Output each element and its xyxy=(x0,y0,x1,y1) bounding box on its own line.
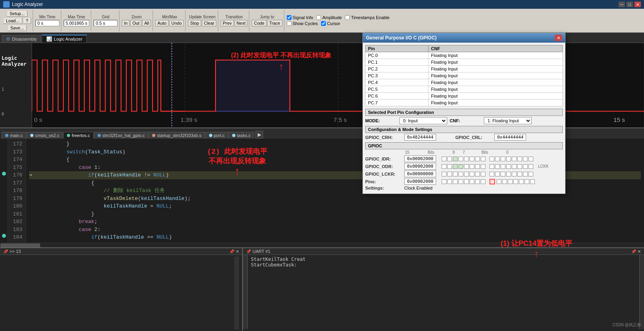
bit[interactable] xyxy=(502,179,507,184)
bit[interactable] xyxy=(458,157,463,161)
bit[interactable] xyxy=(470,172,474,176)
bit[interactable] xyxy=(495,172,500,176)
bit[interactable] xyxy=(529,172,533,176)
bit[interactable] xyxy=(512,164,517,169)
bit[interactable] xyxy=(453,179,458,184)
save-button[interactable]: Save... xyxy=(8,25,27,31)
tab-port-c[interactable]: port.c xyxy=(206,132,229,139)
cursor-checkbox[interactable]: Cursor xyxy=(321,21,340,26)
tab-stm32-gpio-c[interactable]: stm32f1xx_hal_gpio.c xyxy=(94,132,148,139)
bit[interactable] xyxy=(442,157,446,161)
bit[interactable] xyxy=(447,172,452,176)
bit[interactable] xyxy=(523,172,528,176)
tab-tasks-c[interactable]: tasks.c xyxy=(229,132,254,139)
bit[interactable] xyxy=(464,157,469,161)
bit[interactable] xyxy=(470,164,474,169)
clear-button[interactable]: Clear xyxy=(202,20,216,26)
bit[interactable] xyxy=(513,179,518,184)
signal-info-checkbox[interactable]: Signal Info xyxy=(287,15,313,20)
bit[interactable] xyxy=(442,164,446,169)
tab-startup-s[interactable]: startup_stm32f103xb.s xyxy=(149,132,205,139)
mode-select[interactable]: 0: Input xyxy=(399,117,447,124)
bit[interactable] xyxy=(517,172,522,176)
timestamps-check[interactable] xyxy=(345,15,350,20)
bit[interactable] xyxy=(495,157,500,161)
bit[interactable] xyxy=(517,164,522,169)
bit[interactable] xyxy=(447,179,452,184)
bit[interactable] xyxy=(506,164,511,169)
help-button[interactable]: ? xyxy=(23,18,31,24)
bit[interactable] xyxy=(529,164,533,169)
bit[interactable] xyxy=(442,179,446,184)
bit[interactable] xyxy=(495,164,500,169)
tab-disassembly[interactable]: ⚙ Disassembly xyxy=(2,35,41,43)
cursor-check[interactable] xyxy=(321,21,326,26)
bit[interactable] xyxy=(508,179,513,184)
next-button[interactable]: Next xyxy=(235,20,248,26)
uart-right-scroll[interactable] xyxy=(639,255,644,329)
bit[interactable] xyxy=(464,179,469,184)
bit[interactable] xyxy=(519,179,524,184)
uart-close-button[interactable]: ✕ xyxy=(638,249,641,254)
bit[interactable] xyxy=(501,164,505,169)
bit[interactable] xyxy=(506,157,511,161)
zoom-out-button[interactable]: Out xyxy=(130,20,141,26)
bit[interactable] xyxy=(489,164,494,169)
bit[interactable] xyxy=(501,172,505,176)
close-button[interactable]: ✕ xyxy=(634,2,641,7)
bit[interactable] xyxy=(475,172,480,176)
bit[interactable] xyxy=(470,157,474,161)
bit[interactable] xyxy=(475,164,480,169)
more-tabs-button[interactable]: ▶ xyxy=(255,131,263,139)
setup-button[interactable]: Setup... xyxy=(7,10,27,17)
show-cycles-check[interactable] xyxy=(287,21,292,26)
pin13-highlighted[interactable] xyxy=(489,179,495,184)
minimize-button[interactable]: ─ xyxy=(619,2,625,7)
bit[interactable] xyxy=(475,179,480,184)
auto-button[interactable]: Auto xyxy=(155,20,168,26)
bit[interactable] xyxy=(497,179,501,184)
bit[interactable] xyxy=(489,172,494,176)
bit[interactable] xyxy=(517,157,522,161)
timestamps-checkbox[interactable]: Timestamps Enable xyxy=(345,15,390,20)
bit[interactable] xyxy=(481,157,485,161)
bit[interactable] xyxy=(512,157,517,161)
bit[interactable] xyxy=(442,172,446,176)
bit[interactable] xyxy=(489,157,494,161)
trace-button[interactable]: Trace xyxy=(267,20,282,26)
bit[interactable] xyxy=(523,164,528,169)
bit[interactable] xyxy=(447,164,452,169)
bit[interactable] xyxy=(525,179,529,184)
tab-main-c[interactable]: main.c xyxy=(2,132,26,139)
bit[interactable] xyxy=(453,172,458,176)
uart-pin-button[interactable]: 📌 xyxy=(631,249,636,254)
bit[interactable] xyxy=(481,179,485,184)
bit[interactable] xyxy=(464,172,469,176)
bit[interactable] xyxy=(512,172,517,176)
show-cycles-checkbox[interactable]: Show Cycles xyxy=(287,21,318,26)
panel-close-button[interactable]: ✕ xyxy=(236,249,239,254)
bit[interactable] xyxy=(470,179,474,184)
tab-cmsis-os2-c[interactable]: cmsis_os2.c xyxy=(27,132,63,139)
bit[interactable] xyxy=(523,157,528,161)
bit[interactable] xyxy=(481,164,485,169)
bit[interactable] xyxy=(501,157,505,161)
bit[interactable] xyxy=(458,179,463,184)
bit[interactable] xyxy=(529,157,533,161)
cnf-select[interactable]: 1: Floating Input xyxy=(484,117,532,124)
zoom-all-button[interactable]: All xyxy=(142,20,151,26)
bit[interactable] xyxy=(458,172,463,176)
bit[interactable] xyxy=(458,164,463,169)
code-button[interactable]: Code xyxy=(252,20,266,26)
stop-button[interactable]: Stop xyxy=(188,20,201,26)
bit[interactable] xyxy=(530,179,535,184)
maximize-button[interactable]: □ xyxy=(626,2,633,7)
tab-logic-analyzer[interactable]: 📊 Logic Analyzer xyxy=(42,35,87,43)
zoom-in-button[interactable]: In xyxy=(122,20,129,26)
panel-pin-button[interactable]: 📌 xyxy=(229,249,234,254)
code-scrollbar[interactable] xyxy=(0,243,644,247)
dialog-close-button[interactable]: ✕ xyxy=(555,35,562,41)
bit[interactable] xyxy=(481,172,485,176)
uart-left-scroll[interactable] xyxy=(243,255,248,329)
undo-button[interactable]: Undo xyxy=(169,20,184,26)
